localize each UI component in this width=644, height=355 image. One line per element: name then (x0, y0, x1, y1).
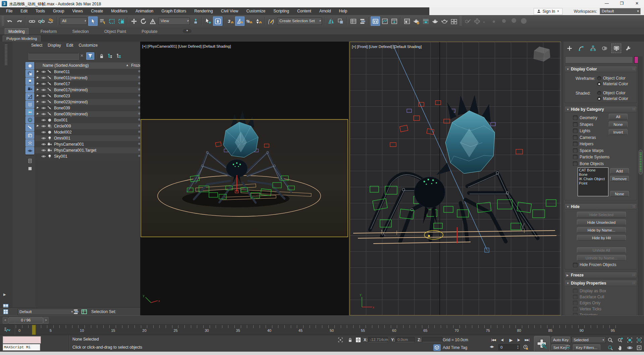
zoom-region-icon[interactable] (606, 344, 614, 351)
bind-to-space-warp-button[interactable] (46, 16, 55, 26)
zoom-extents-all-icon[interactable] (635, 337, 643, 344)
category-checkbox[interactable] (573, 122, 578, 127)
workspace-dropdown[interactable]: Default▾ (600, 8, 641, 14)
layer-mode-icon[interactable] (115, 52, 123, 60)
menu-item[interactable]: File (2, 7, 16, 15)
layer-list-icon[interactable] (73, 309, 79, 315)
category-checkbox[interactable] (573, 142, 578, 146)
select-and-rotate-button[interactable] (139, 16, 148, 26)
frame-spinner[interactable]: ▲▼ (517, 345, 519, 350)
display-property-checkbox[interactable] (573, 301, 578, 305)
material-editor-button[interactable]: = (402, 16, 412, 26)
explorer-empty-area[interactable] (35, 159, 140, 307)
named-selection-set-combo[interactable]: Create Selection Set▾ (277, 17, 322, 25)
previous-frame-button[interactable]: < (3, 317, 8, 324)
rollout-hide-by-category[interactable]: ▼Hide by Category∷ (565, 106, 637, 112)
none-category-button[interactable]: None (610, 191, 629, 197)
toggle-scene-explorer-button[interactable] (348, 16, 358, 26)
explorer-menu-item[interactable]: Edit (66, 43, 73, 48)
wireframe-material-color-radio[interactable] (597, 82, 601, 86)
scene-object-row[interactable]: PhysCamera001 ❄ (35, 141, 140, 147)
tool-dot-indicator-3[interactable] (500, 16, 510, 26)
scene-object-row[interactable]: PhysCamera001.Target ❄ (35, 147, 140, 153)
visibility-eye-icon[interactable] (41, 100, 46, 104)
object-name-field[interactable] (565, 56, 633, 63)
visibility-eye-icon[interactable] (41, 75, 46, 80)
remove-category-button[interactable]: Remove (610, 176, 629, 182)
selection-set-grid-icon[interactable] (81, 309, 87, 315)
render-a360-button[interactable] (449, 16, 459, 26)
close-button[interactable]: ✕ (630, 0, 644, 7)
track-bar[interactable]: 0 5 10 15 20 25 30 35 40 45 50 55 (0, 324, 644, 335)
visibility-eye-icon[interactable] (41, 142, 46, 147)
menu-item[interactable]: Customize (243, 7, 270, 15)
toggle-ribbon-button[interactable] (371, 16, 380, 26)
select-object-button[interactable] (88, 16, 98, 26)
scene-object-row[interactable]: Box001 ❄ (35, 117, 140, 123)
visibility-eye-icon[interactable] (41, 118, 46, 122)
rollout-freeze[interactable]: ▶Freeze∷ (565, 272, 637, 278)
category-side-button[interactable]: None (609, 121, 628, 127)
visibility-eye-icon[interactable] (41, 130, 46, 135)
window-crossing-toggle-button[interactable] (116, 16, 126, 26)
render-setup-button[interactable] (412, 16, 421, 26)
clear-search-icon[interactable]: ✕ (80, 53, 84, 58)
expand-arrow-icon[interactable]: ▶ (3, 293, 6, 296)
menu-item[interactable]: Group (49, 7, 68, 15)
display-space-warps-filter[interactable] (25, 101, 34, 108)
timeline-ruler[interactable]: 0 5 10 15 20 25 30 35 40 45 50 55 (15, 324, 632, 335)
scene-object-row[interactable]: Omni001 ❄ (35, 135, 140, 141)
redo-button[interactable] (14, 16, 24, 26)
filter-funnel-icon[interactable] (86, 52, 94, 60)
menu-item[interactable]: Animation (131, 7, 157, 15)
tool-dot-indicator-2[interactable] (491, 16, 500, 26)
isolate-selection-icon[interactable] (337, 337, 344, 343)
selection-filter-dropdown[interactable]: All▾ (60, 17, 87, 25)
display-groups-filter[interactable] (25, 108, 34, 116)
scrollbar-thumb[interactable] (639, 150, 643, 174)
key-filters-button[interactable]: Key Filters... (573, 344, 600, 351)
category-side-button[interactable]: All (609, 114, 628, 119)
menu-item[interactable]: Help (335, 7, 352, 15)
angle-snap-toggle-button[interactable] (235, 16, 245, 26)
sign-in-button[interactable]: Sign In ▼ (534, 8, 562, 15)
toolbar-drag-handle[interactable] (460, 16, 462, 26)
rollout-hide[interactable]: ▼Hide∷ (565, 203, 637, 210)
ribbon-tab[interactable]: Populate (138, 29, 161, 35)
display-properties-button[interactable] (25, 157, 34, 164)
scene-object-row[interactable]: ▶ Bone023(mirrored) ❄ (35, 99, 140, 105)
display-property-checkbox[interactable] (573, 313, 578, 315)
tool-dot-indicator-1[interactable] (482, 16, 491, 26)
unhide-button[interactable]: Unhide by Name... (577, 255, 626, 261)
dock-grip[interactable] (5, 44, 7, 66)
scene-object-row[interactable]: ▶ Bone023 ❄ (35, 93, 140, 99)
category-checkbox[interactable] (573, 161, 578, 166)
hide-button[interactable]: Hide Selected (577, 212, 626, 217)
tab-modify[interactable] (576, 44, 586, 53)
percent-snap-toggle-button[interactable]: % (245, 16, 254, 26)
orbit-icon[interactable] (625, 344, 634, 351)
scene-object-row[interactable]: ▶ Bone011(mirrored) ❄ (35, 75, 140, 81)
scene-object-row[interactable]: ▶ Bone011 ❄ (35, 69, 140, 75)
category-checkbox[interactable] (573, 115, 578, 120)
polygon-modeling-tab[interactable]: Polygon Modeling (3, 36, 41, 42)
tab-display[interactable] (611, 44, 621, 53)
undo-button[interactable] (5, 16, 14, 26)
tab-utilities[interactable] (623, 44, 633, 53)
rollout-display-properties[interactable]: ▼Display Properties∷ (565, 280, 637, 286)
visibility-eye-icon[interactable] (41, 136, 46, 141)
tab-create[interactable] (565, 44, 574, 53)
set-keys-button[interactable] (534, 336, 550, 352)
use-pivot-point-center-button[interactable] (191, 16, 200, 26)
absolute-mode-icon[interactable] (355, 337, 362, 343)
select-and-move-button[interactable] (129, 16, 139, 26)
schematic-view-button[interactable] (389, 16, 399, 26)
ribbon-tab[interactable]: Modeling (5, 28, 29, 35)
keyboard-shortcut-override-button[interactable] (213, 16, 222, 26)
select-by-name-button[interactable] (98, 16, 107, 26)
explorer-column-header[interactable]: Name (Sorted Ascending) ▲ Frozen (35, 62, 140, 69)
align-button[interactable] (336, 16, 345, 26)
category-checkbox[interactable] (573, 148, 578, 153)
lock-explorer-icon[interactable] (98, 52, 106, 60)
key-filter-icon[interactable] (564, 344, 572, 351)
